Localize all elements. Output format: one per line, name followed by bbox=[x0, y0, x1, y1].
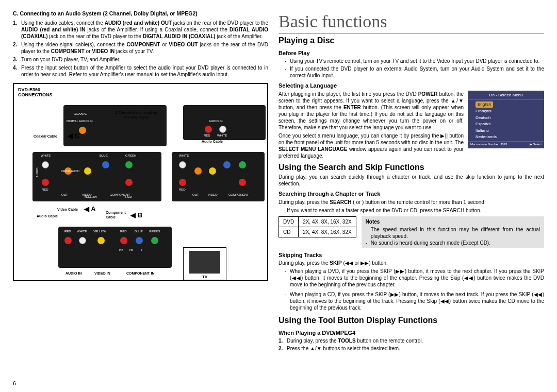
coaxial-cable-label: Coaxial Cable bbox=[34, 134, 57, 139]
diagram-header: DVD-E360 CONNECTIONS bbox=[18, 87, 263, 98]
audio-cable-label-1: Audio Cable bbox=[202, 139, 223, 144]
diagram-body: COAXIAL DIGITAL AUDIO IN 2-Channel stere… bbox=[18, 98, 263, 286]
step-2: 2. Using the video signal cable(s), conn… bbox=[13, 41, 268, 55]
component-in-label: COMPONENT IN bbox=[126, 271, 154, 276]
selecting-language-title: Selecting a Language bbox=[278, 82, 544, 89]
arrow-c: ◀ C bbox=[68, 132, 79, 141]
speed-table: DVD 2X, 4X, 8X, 16X, 32X CD 2X, 4X, 8X, … bbox=[278, 216, 356, 237]
tool-button-title: Using the Tool Button Display Functions bbox=[278, 315, 544, 326]
skip-bullets: -When playing a DVD, if you press the SK… bbox=[278, 268, 544, 311]
tool-sub-title: When Playing a DVD/MPEG4 bbox=[278, 329, 544, 336]
notes-box: Notes -The speed marked in this function… bbox=[362, 216, 544, 248]
section-c-title: C. Connecting to an Audio System (2 Chan… bbox=[13, 10, 268, 18]
audio-in-label: AUDIO IN bbox=[65, 271, 82, 276]
arrow-b: ◀ B bbox=[130, 211, 142, 220]
step-3: 3. Turn on your DVD player, TV, and Ampl… bbox=[13, 56, 268, 63]
receiver-back: RED WHITE YELLOW RED BLUE GREEN PB PR Y bbox=[58, 227, 172, 268]
video-cable-label: Video Cable bbox=[57, 207, 78, 212]
amplifier-2: AUDIO IN RED WHITE bbox=[183, 105, 266, 140]
osd-menu: On - Screen Menu English Français Deutsc… bbox=[468, 91, 544, 149]
page-number: 6 bbox=[13, 380, 16, 387]
tv-box: TV bbox=[183, 247, 226, 280]
right-column: Basic functions Playing a Disc Before Pl… bbox=[278, 10, 544, 387]
audio-cable-label-2: Audio Cable bbox=[37, 214, 58, 218]
video-in-label: VIDEO IN bbox=[94, 271, 110, 276]
search-intro: During play, you can search quickly thro… bbox=[278, 174, 544, 187]
step-4: 4. Press the input select button of the … bbox=[13, 64, 268, 78]
playing-a-disc-title: Playing a Disc bbox=[278, 36, 544, 46]
search-chapter-title: Searching through a Chapter or Track bbox=[278, 190, 544, 197]
connection-steps: 1. Using the audio cables, connect the A… bbox=[13, 20, 268, 78]
connection-diagram: DVD-E360 CONNECTIONS COAXIAL DIGITAL AUD… bbox=[13, 83, 268, 281]
dvd-back-1: WHITE BLUE GREEN RED AUDIO DIGITAL AUDIO… bbox=[32, 152, 161, 201]
before-play-list: -Using your TV's remote control, turn on… bbox=[278, 58, 544, 79]
left-column: C. Connecting to an Audio System (2 Chan… bbox=[13, 10, 268, 387]
search-chapter-p1: During play, press the SEARCH ( or ) but… bbox=[278, 199, 544, 206]
before-play-title: Before Play bbox=[278, 49, 544, 57]
arrow-a: ◀ A bbox=[84, 205, 96, 214]
tool-steps: 1. During play, press the TOOLS button o… bbox=[278, 337, 544, 352]
skipping-tracks-intro: During play, press the SKIP (◀◀ or ▶▶) b… bbox=[278, 260, 544, 266]
dvd-back-2: WHITE RED VIDEO OUT COMPONENT bbox=[172, 152, 265, 201]
step-1: 1. Using the audio cables, connect the A… bbox=[13, 20, 268, 40]
search-chapter-p2: - If you want to search at a faster spee… bbox=[278, 207, 544, 214]
skipping-tracks-title: Skipping Tracks bbox=[278, 251, 544, 259]
search-skip-title: Using the Search and Skip Functions bbox=[278, 162, 544, 173]
basic-functions-title: Basic functions bbox=[278, 10, 544, 33]
component-cable-label: Component Cable bbox=[106, 210, 132, 219]
